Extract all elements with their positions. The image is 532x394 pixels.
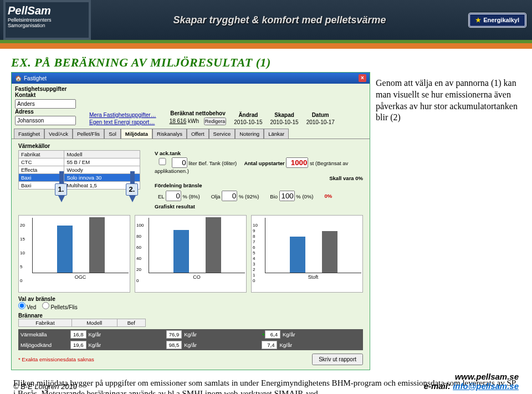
tab-fastighet[interactable]: Fastighet [14, 129, 44, 139]
el-pct: % (8%) [183, 193, 200, 199]
nettobehov-value: 18 616 [170, 118, 187, 124]
annotation-badge-1: 1. [55, 183, 67, 196]
chart-stoft: 012345678910Stoft [251, 215, 363, 293]
acktank-checkbox[interactable] [155, 158, 170, 165]
tab-bar: FastighetVed/AckPellet/FlisSolMiljödataR… [12, 129, 370, 139]
tab-offert[interactable]: Offert [187, 129, 209, 139]
acktank-vol-input[interactable] [172, 157, 187, 168]
site-url: www.pellsam.se [424, 372, 519, 381]
tab-vedack[interactable]: Ved/Ack [44, 129, 73, 139]
link-egen-text[interactable]: Egen text Energi rapport… [89, 119, 156, 125]
pellets-radio[interactable] [42, 302, 49, 309]
star-icon: ★ [475, 17, 481, 24]
brand-sub2: Samorganisation [8, 23, 86, 28]
tab-pelletflis[interactable]: Pellet/Flis [73, 129, 104, 139]
th-fabrikat: Fabrikat [19, 151, 64, 158]
nettobehov-label: Beräknat nettobehov [170, 110, 227, 116]
warning-text: * Exakta emissionesdata saknas [18, 356, 94, 362]
andrad-value: 2010-10-15 [234, 119, 262, 125]
kontakt-input[interactable] [15, 99, 76, 109]
emissions-table: Värmekälla16,8Kg/år76,9Kg/år +6,4Kg/årMi… [18, 329, 363, 350]
tab-sol[interactable]: Sol [104, 129, 121, 139]
tab-riskanalys[interactable]: Riskanalys [152, 129, 187, 139]
skall-vara-label: Skall vara 0% [329, 175, 363, 181]
mail-link[interactable]: info@pellsam.se [453, 381, 519, 391]
page-title: EX. PÅ BERÄKNING AV MILJÖRESULTAT (1) [11, 55, 521, 70]
skriv-ut-rapport-button[interactable]: Skriv ut rapport [312, 354, 363, 365]
brand-logo: PellSam Pelletsintressenters Samorganisa… [3, 0, 91, 40]
nettobehov-unit: kWh [188, 118, 199, 124]
table-row[interactable]: BaxiSolo innova 30 [19, 174, 140, 182]
skapad-value: 2010-10-15 [270, 119, 298, 125]
app-window: 🏠 Fastighet × Fastighetsuppgifter Kontak… [11, 72, 370, 370]
close-icon[interactable]: × [359, 74, 366, 82]
link-mera-fastighet[interactable]: Mera Fastighetsuppgifter… [89, 112, 156, 118]
bio-input[interactable] [279, 191, 295, 201]
fastighets-section-label: Fastighetsuppgifter [15, 86, 66, 92]
th-modell: Modell [64, 151, 140, 158]
bio-label: Bio [270, 193, 278, 199]
fordel-bransle-label: Fördelning bränsle [155, 182, 202, 188]
emissions-row: Miljögodkänd19,6Kg/år98,5Kg/år7,4Kg/år [18, 340, 363, 350]
acktank-vol-unit: liter Bef. Tank (0liter) [188, 160, 237, 166]
olja-pct: % (92%) [239, 193, 259, 199]
orange-divider [0, 43, 532, 49]
grafiskt-resultat-label: Grafiskt resultat [155, 203, 195, 209]
bio-pct: % (0%) [296, 193, 313, 199]
tab-service[interactable]: Service [209, 129, 236, 139]
emissions-row: Värmekälla16,8Kg/år76,9Kg/år +6,4Kg/år [18, 329, 363, 340]
mail-label: e-mail: [424, 381, 453, 391]
varmekallor-label: Värmekällor [18, 143, 50, 149]
energikalkyl-label: Energikalkyl [483, 17, 519, 23]
br-th-modell: Modell [71, 319, 117, 327]
window-icon: 🏠 [15, 75, 22, 81]
table-row[interactable]: EffectaWoody [19, 166, 140, 174]
tagline: Skapar trygghet & komfort med pelletsvär… [91, 14, 468, 26]
page-footer: © B-E Löfgren 2010 www.pellsam.se e-mail… [0, 372, 532, 391]
uppstarter-input[interactable] [286, 157, 308, 168]
skapad-header: Skapad [270, 112, 298, 118]
acktank-label: V ack.tank [155, 150, 181, 156]
andrad-header: Ändrad [234, 112, 262, 118]
val-bransle-label: Val av bränsle [18, 296, 363, 302]
olja-label: Olja [211, 193, 221, 199]
window-title: Fastighet [24, 75, 47, 81]
brand-sub1: Pelletsintressenters [8, 17, 86, 23]
ved-radio[interactable] [18, 302, 25, 309]
adress-label: Adress [15, 109, 76, 115]
el-input[interactable] [166, 191, 181, 201]
redigera-button[interactable]: Redigera [204, 117, 227, 125]
copyright: © B-E Löfgren 2010 [13, 382, 77, 391]
table-row[interactable]: BaxiMultiheat 1,5 [19, 182, 140, 190]
ved-option: Ved [27, 304, 36, 310]
datum-header: Datum [306, 112, 335, 118]
br-th-fabrikat: Fabrikat [19, 319, 72, 327]
adress-input[interactable] [15, 116, 76, 125]
annotation-badge-2: 2. [126, 183, 138, 196]
brannare-table[interactable]: Fabrikat Modell Bef [18, 319, 146, 327]
top-banner: PellSam Pelletsintressenters Samorganisa… [0, 0, 532, 43]
chart-co: 020406080100CO [135, 215, 247, 293]
tab-lnkar[interactable]: Länkar [264, 129, 289, 139]
energikalkyl-badge: ★ Energikalkyl [468, 13, 526, 28]
brand-name: PellSam [8, 4, 86, 17]
olja-input[interactable] [222, 191, 237, 201]
datum-value: 2010-10-17 [306, 119, 335, 125]
rest-pct: 0% [325, 193, 332, 199]
varmekallor-table[interactable]: Fabrikat Modell CTC55 B / EMEffectaWoody… [18, 150, 140, 190]
br-th-bef: Bef [117, 319, 145, 327]
pellets-option: Pellets/Flis [50, 304, 77, 310]
table-row[interactable]: CTC55 B / EM [19, 158, 140, 166]
side-explanation: Genom att välja en av pannorna (1) kan m… [376, 72, 521, 370]
header-strip: Fastighetsuppgifter Kontakt Adress Mera … [12, 84, 370, 127]
chart-ogc: 05101520OGC [18, 215, 130, 293]
brannare-label: Brännare [18, 313, 363, 319]
uppstarter-label: Antal uppstarter [244, 160, 284, 166]
window-titlebar: 🏠 Fastighet × [12, 73, 370, 84]
tab-notering[interactable]: Notering [235, 129, 264, 139]
tab-miljdata[interactable]: Miljödata [121, 129, 152, 139]
kontakt-label: Kontakt [15, 92, 76, 98]
el-label: EL [158, 193, 164, 199]
